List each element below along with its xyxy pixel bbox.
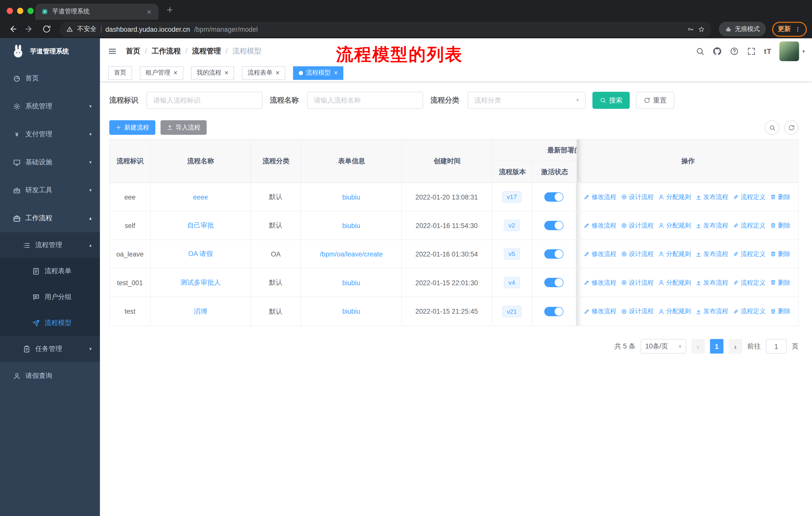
action-design-process[interactable]: 设计流程	[621, 192, 654, 201]
action-delete[interactable]: 删除	[770, 192, 790, 201]
current-page[interactable]: 1	[710, 339, 723, 354]
close-tab-icon[interactable]	[146, 8, 152, 15]
sidebar-item-task-mgmt[interactable]: 任务管理	[0, 336, 100, 362]
search-button[interactable]: 搜索	[592, 92, 630, 109]
minimize-window-button[interactable]	[17, 8, 23, 14]
goto-page-input[interactable]	[766, 339, 787, 354]
tag-tenant-mgmt[interactable]: 租户管理	[140, 66, 183, 79]
tag-process-model[interactable]: 流程模型	[293, 66, 344, 79]
action-process-definition[interactable]: 流程定义	[733, 307, 766, 316]
active-toggle[interactable]	[545, 221, 563, 230]
tag-process-form[interactable]: 流程表单	[242, 66, 285, 79]
refresh-table-button[interactable]	[784, 120, 799, 135]
address-bar[interactable]: 不安全 dashboard.yudao.iocoder.cn/bpm/manag…	[60, 21, 712, 36]
tag-home[interactable]: 首页	[108, 66, 132, 79]
process-name-input[interactable]	[307, 92, 423, 109]
action-process-definition[interactable]: 流程定义	[733, 192, 766, 201]
sidebar-item-payment-mgmt[interactable]: 支付管理	[0, 120, 100, 148]
process-id-input[interactable]	[146, 92, 263, 109]
sidebar-item-process-form[interactable]: 流程表单	[0, 258, 100, 284]
action-publish-process[interactable]: 发布流程	[696, 192, 728, 201]
sidebar-item-home[interactable]: 首页	[0, 64, 100, 92]
menu-dots-icon[interactable]	[794, 26, 801, 32]
action-delete[interactable]: 删除	[770, 278, 790, 287]
help-icon[interactable]	[730, 47, 739, 56]
back-icon[interactable]	[8, 24, 17, 34]
new-tab-button[interactable]	[166, 6, 174, 14]
action-assign-rule[interactable]: 分配规则	[659, 192, 691, 201]
active-toggle[interactable]	[545, 249, 563, 259]
sidebar-item-workflow[interactable]: 工作流程	[0, 204, 100, 232]
form-info-link[interactable]: /bpm/oa/leave/create	[320, 250, 383, 258]
maximize-window-button[interactable]	[27, 8, 34, 14]
action-design-process[interactable]: 设计流程	[621, 278, 654, 287]
action-assign-rule[interactable]: 分配规则	[659, 221, 691, 230]
close-window-button[interactable]	[7, 8, 13, 14]
prev-page-button[interactable]	[691, 339, 705, 354]
breadcrumb-item[interactable]: 流程管理	[181, 47, 221, 56]
browser-tab[interactable]: 芋道管理系统	[35, 3, 158, 20]
close-icon[interactable]	[225, 70, 229, 76]
action-modify-process[interactable]: 修改流程	[584, 192, 616, 201]
action-design-process[interactable]: 设计流程	[621, 221, 654, 230]
action-process-definition[interactable]: 流程定义	[733, 278, 766, 287]
sidebar-item-system-mgmt[interactable]: 系统管理	[0, 92, 100, 120]
process-name-link[interactable]: 滔博	[194, 307, 207, 316]
action-design-process[interactable]: 设计流程	[621, 307, 654, 316]
fullscreen-icon[interactable]	[747, 47, 756, 56]
form-info-link[interactable]: biubiu	[342, 222, 360, 229]
search-icon[interactable]	[696, 47, 705, 56]
action-assign-rule[interactable]: 分配规则	[659, 307, 691, 316]
action-design-process[interactable]: 设计流程	[621, 250, 654, 259]
action-modify-process[interactable]: 修改流程	[584, 221, 616, 230]
close-icon[interactable]	[276, 70, 280, 76]
action-modify-process[interactable]: 修改流程	[584, 307, 616, 316]
action-delete[interactable]: 删除	[770, 221, 790, 230]
next-page-button[interactable]	[729, 339, 742, 354]
breadcrumb-item[interactable]: 首页	[126, 47, 141, 56]
process-name-link[interactable]: eeee	[193, 193, 208, 201]
action-delete[interactable]: 删除	[770, 250, 790, 259]
action-publish-process[interactable]: 发布流程	[696, 221, 728, 230]
action-modify-process[interactable]: 修改流程	[584, 250, 616, 259]
action-process-definition[interactable]: 流程定义	[733, 250, 766, 259]
hamburger-icon[interactable]	[108, 47, 117, 56]
page-size-select[interactable]: 10条/页	[641, 339, 686, 354]
sidebar-item-process-mgmt[interactable]: 流程管理	[0, 232, 100, 258]
action-process-definition[interactable]: 流程定义	[733, 221, 766, 230]
tag-my-process[interactable]: 我的流程	[191, 66, 234, 79]
update-button[interactable]: 更新	[772, 21, 807, 36]
breadcrumb-item[interactable]: 工作流程	[141, 47, 181, 56]
reset-button[interactable]: 重置	[636, 92, 674, 109]
sidebar-item-process-model[interactable]: 流程模型	[0, 310, 100, 336]
reload-icon[interactable]	[42, 24, 51, 34]
forward-icon[interactable]	[25, 24, 34, 34]
sidebar-item-user-group[interactable]: 用户分组	[0, 284, 100, 310]
font-size-icon[interactable]: tT	[764, 47, 772, 55]
form-info-link[interactable]: biubiu	[342, 193, 360, 201]
github-icon[interactable]	[713, 47, 722, 56]
action-publish-process[interactable]: 发布流程	[696, 278, 728, 287]
process-name-link[interactable]: 测试多审批人	[180, 278, 221, 287]
active-toggle[interactable]	[545, 192, 563, 201]
import-process-button[interactable]: 导入流程	[161, 120, 207, 135]
active-toggle[interactable]	[545, 278, 563, 287]
star-icon[interactable]	[698, 26, 705, 32]
sidebar-item-dev-tools[interactable]: 研发工具	[0, 176, 100, 204]
sidebar-item-infrastructure[interactable]: 基础设施	[0, 148, 100, 176]
sidebar-item-leave-query[interactable]: 请假查询	[0, 362, 100, 390]
action-publish-process[interactable]: 发布流程	[696, 307, 728, 316]
action-delete[interactable]: 删除	[770, 307, 790, 316]
form-info-link[interactable]: biubiu	[342, 279, 360, 287]
process-name-link[interactable]: 自己审批	[187, 221, 214, 230]
category-select[interactable]: 流程分类	[468, 92, 586, 109]
active-toggle[interactable]	[545, 307, 563, 316]
avatar[interactable]	[780, 42, 799, 61]
form-info-link[interactable]: biubiu	[342, 307, 360, 315]
close-icon[interactable]	[173, 70, 177, 76]
show-search-button[interactable]	[765, 120, 780, 135]
action-modify-process[interactable]: 修改流程	[584, 278, 616, 287]
key-icon[interactable]	[687, 26, 694, 32]
action-assign-rule[interactable]: 分配规则	[659, 250, 691, 259]
create-process-button[interactable]: 新建流程	[109, 120, 155, 135]
